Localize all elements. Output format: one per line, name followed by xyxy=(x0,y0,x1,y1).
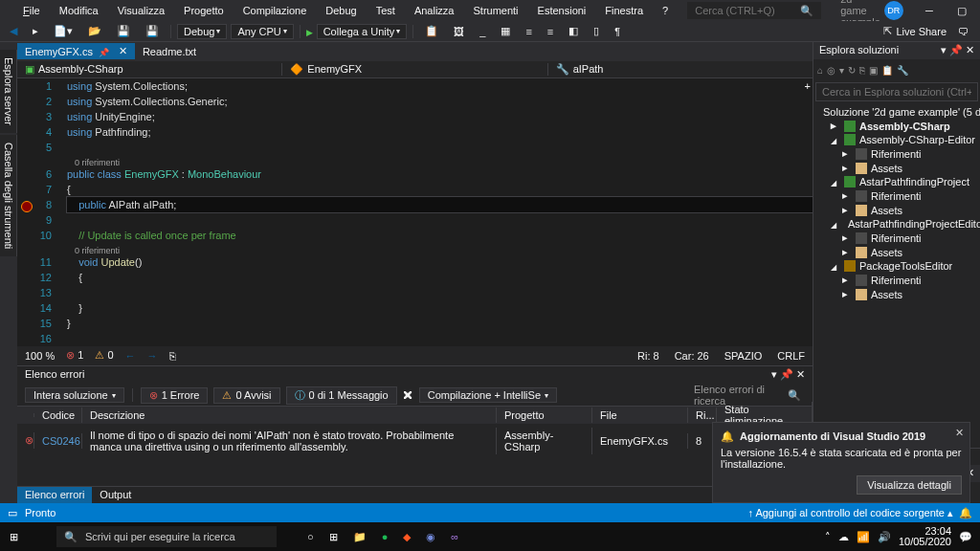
file-tab-active[interactable]: EnemyGFX.cs ✕ xyxy=(17,43,135,59)
nav-next[interactable]: → xyxy=(147,350,158,362)
solution-node[interactable]: Soluzione '2d game example' (5 di 5 prog xyxy=(815,105,978,119)
tb-icon[interactable]: ▦ xyxy=(495,23,516,39)
menu-build[interactable]: Compilazione xyxy=(235,3,315,18)
scope-filter[interactable]: Intera soluzione xyxy=(25,387,124,403)
close-icon[interactable]: ✕ xyxy=(119,45,127,57)
explorer-icon[interactable]: 📁 xyxy=(353,531,367,543)
messages-filter[interactable]: ⓘ0 di 1 Messaggio xyxy=(286,386,397,405)
maximize-button[interactable]: ▢ xyxy=(947,1,976,20)
source-control-button[interactable]: ↑ Aggiungi al controllo del codice sorge… xyxy=(747,507,953,519)
cloud-icon[interactable]: ☁ xyxy=(838,531,849,543)
nav-prev[interactable]: ← xyxy=(125,350,136,362)
refresh-icon[interactable]: ↻ xyxy=(848,65,856,76)
folder-node[interactable]: Assets xyxy=(815,203,978,217)
spotify-icon[interactable]: ● xyxy=(382,531,389,543)
cortana-icon[interactable]: ○ xyxy=(307,531,314,543)
menu-test[interactable]: Test xyxy=(368,3,403,18)
tb-icon[interactable]: ▾ xyxy=(839,65,844,76)
warning-count[interactable]: ⚠ 0 xyxy=(95,349,113,362)
menu-view[interactable]: Visualizza xyxy=(110,3,172,18)
menu-project[interactable]: Progetto xyxy=(176,3,232,18)
server-explorer-tab[interactable]: Esplora server xyxy=(0,50,17,133)
minimize-button[interactable]: ─ xyxy=(915,1,944,20)
references-node[interactable]: Riferimenti xyxy=(815,146,978,161)
tb-icon[interactable]: 📋 xyxy=(419,23,444,39)
quick-search[interactable]: 🔍 xyxy=(687,2,821,19)
error-row[interactable]: ⊗ CS0246 Il nome di tipo o di spazio dei… xyxy=(17,424,813,458)
breakpoint-icon[interactable] xyxy=(21,201,33,212)
close-icon[interactable]: ✕ xyxy=(796,368,805,380)
nav-back-button[interactable]: ◀ xyxy=(4,23,23,39)
menu-extensions[interactable]: Estensioni xyxy=(530,3,594,18)
project-node[interactable]: Assembly-CSharp xyxy=(815,119,978,133)
references-node[interactable]: Riferimenti xyxy=(815,231,978,245)
file-tab[interactable]: Readme.txt xyxy=(135,44,204,59)
menu-tools[interactable]: Strumenti xyxy=(465,3,525,18)
folder-node[interactable]: Assets xyxy=(815,245,978,259)
tb-icon[interactable]: ≡ xyxy=(542,24,559,39)
codelens-refs[interactable]: 0 riferimenti xyxy=(67,155,813,166)
menu-file[interactable]: File xyxy=(15,3,48,18)
new-dropdown[interactable]: 📄▾ xyxy=(48,23,78,39)
pin-icon[interactable]: 📌 xyxy=(780,368,793,380)
menu-debug[interactable]: Debug xyxy=(318,3,364,18)
windows-search[interactable]: 🔍 Scrivi qui per eseguire la ricerca xyxy=(56,526,277,547)
references-node[interactable]: Riferimenti xyxy=(815,188,978,203)
save-button[interactable]: 💾 xyxy=(111,23,136,39)
notification-center-icon[interactable]: 💬 xyxy=(959,531,972,543)
taskview-icon[interactable]: ⊞ xyxy=(329,531,338,543)
nav-list[interactable]: ⎘ xyxy=(169,350,176,362)
code-editor[interactable]: + 1 2 3 4 5 6 7 8 9 10 11 12 13 14 15 16 xyxy=(17,78,813,346)
tb-icon[interactable]: ◎ xyxy=(827,65,835,76)
feedback-icon[interactable]: 🗨 xyxy=(958,26,969,37)
menu-help[interactable]: ? xyxy=(655,3,676,18)
home-icon[interactable]: ⌂ xyxy=(817,65,823,76)
toolbox-tab[interactable]: Casella degli strumenti xyxy=(0,135,17,256)
nav-project[interactable]: ▣Assembly-CSharp xyxy=(17,63,282,76)
tab-output[interactable]: Output xyxy=(92,487,139,503)
errors-filter[interactable]: ⊗1 Errore xyxy=(141,387,209,404)
nav-fwd-button[interactable]: ▸ xyxy=(27,23,44,39)
project-node[interactable]: Assembly-CSharp-Editor xyxy=(815,133,978,146)
clear-button[interactable]: 🗙 xyxy=(403,389,413,401)
solution-tree[interactable]: Soluzione '2d game example' (5 di 5 prog… xyxy=(813,103,980,448)
col-file[interactable]: File xyxy=(592,408,688,423)
volume-icon[interactable]: 🔊 xyxy=(878,531,891,543)
app-icon[interactable]: ◆ xyxy=(403,531,411,543)
quick-search-input[interactable] xyxy=(695,5,800,16)
open-button[interactable]: 📂 xyxy=(82,23,107,39)
tb-icon[interactable]: ≡ xyxy=(520,24,537,39)
project-node[interactable]: AstarPathfindingProject xyxy=(815,175,978,188)
tb-icon[interactable]: 🖼 xyxy=(448,24,470,39)
notifications-icon[interactable]: 🔔 xyxy=(959,507,972,519)
nav-member[interactable]: 🔧aIPath xyxy=(548,63,813,76)
project-node[interactable]: PackageToolsEditor xyxy=(815,259,978,273)
nav-class[interactable]: 🔶EnemyGFX xyxy=(282,63,547,76)
codelens-refs[interactable]: 0 riferimenti xyxy=(67,243,813,254)
live-share-button[interactable]: ⇱ Live Share 🗨 xyxy=(883,25,976,37)
folder-node[interactable]: Assets xyxy=(815,287,978,301)
tray-expand-icon[interactable]: ˄ xyxy=(825,531,831,543)
error-count[interactable]: ⊗ 1 xyxy=(66,349,83,362)
pin-icon[interactable] xyxy=(99,46,109,57)
close-icon[interactable]: ✕ xyxy=(955,427,964,439)
build-filter[interactable]: Compilazione + IntelliSe xyxy=(419,387,557,403)
zoom-level[interactable]: 100 % xyxy=(25,350,55,362)
code-content[interactable]: using System.Collections; using System.C… xyxy=(59,78,813,346)
folder-node[interactable]: Assets xyxy=(815,161,978,175)
config-combo[interactable]: Debug xyxy=(177,24,227,39)
pin-icon[interactable]: ▾ xyxy=(771,368,777,380)
wifi-icon[interactable]: 📶 xyxy=(857,531,870,543)
col-code[interactable]: Codice xyxy=(34,408,82,423)
vs-icon[interactable]: ∞ xyxy=(451,531,458,543)
menu-edit[interactable]: Modifica xyxy=(52,3,106,18)
tb-icon[interactable]: _ xyxy=(474,24,491,39)
col-desc[interactable]: Descrizione xyxy=(82,408,497,423)
discord-icon[interactable]: ◉ xyxy=(426,531,435,543)
tb-icon[interactable]: ▯ xyxy=(588,23,605,39)
tb-icon[interactable]: ¶ xyxy=(609,24,626,39)
save-all-button[interactable]: 💾 xyxy=(140,23,165,39)
col-line[interactable]: Ri... xyxy=(688,408,717,423)
dropdown-icon[interactable]: ▾ xyxy=(941,44,947,55)
tb-icon[interactable]: 📋 xyxy=(881,65,893,76)
